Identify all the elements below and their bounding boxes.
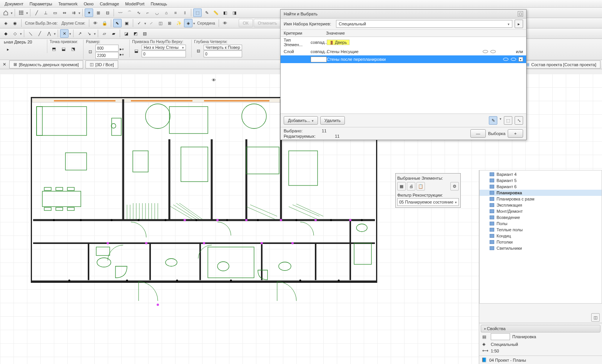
fav-b-icon[interactable]: ◇ [11,29,19,38]
nav-toggle-icon[interactable]: ◫ [591,313,600,322]
vec-a-icon[interactable]: ↗ [75,29,84,38]
archit-icon[interactable]: ⌂ [162,8,171,17]
nav-item[interactable]: Монт/Демонт [480,208,602,214]
corner-icon[interactable]: ⌐ [144,8,152,17]
criteria-menu-icon[interactable]: ▸ [515,20,523,28]
wall-icon[interactable]: ▦ [397,182,406,190]
layer-a-icon[interactable]: ◈ [2,19,10,27]
section-icon[interactable]: ⊞ [166,19,174,27]
quarter-val-input[interactable] [204,50,242,57]
add-button[interactable]: Добавить... [284,116,318,125]
view-eye-icon[interactable]: 👁 [212,78,219,82]
tool-line-icon[interactable]: ╱ [32,8,41,17]
home-icon[interactable] [2,8,10,17]
tool-perp-icon[interactable]: ⊥ [42,8,50,17]
fav-dropdown[interactable] [20,31,22,36]
edit-icon[interactable]: ✎ [202,8,211,17]
vol-b-icon[interactable]: ◩ [131,29,140,38]
marquee-icon[interactable]: ⬚ [193,8,202,17]
expand-icon[interactable]: ⤡ [515,116,523,125]
w-arrow[interactable]: ▸ [120,47,124,52]
render2-icon[interactable]: ◨ [230,8,239,17]
criteria-row-layer2[interactable]: сов...▸ Стены после перепланировки ▸ [281,55,526,63]
nav-item[interactable]: Кондиц [480,233,602,239]
close-icon[interactable]: ▢ [518,11,523,17]
trace-icon[interactable]: ◈ [184,19,192,27]
eye-icon-2[interactable] [490,50,496,53]
check-dropdown[interactable] [144,21,146,25]
eye-icon[interactable] [483,50,488,53]
nav-item-selected[interactable]: Планировка [480,190,602,196]
snap-opt1[interactable]: ⬒ [50,45,58,53]
nav-item[interactable]: Возведение [480,214,602,220]
anchor-select[interactable]: Низ к Низу Стены [142,45,186,50]
tool-snap-a-icon[interactable]: ✦ [85,8,93,17]
draw-dropdown[interactable] [54,31,56,36]
criteria-row-type[interactable]: Тип Элемен... совпад... 🚪 Дверь [281,37,526,48]
trace-dropdown[interactable] [193,21,195,25]
guidewall-icon[interactable]: ◫ [156,19,165,27]
tool-offset-icon[interactable]: ⇉ [69,8,78,17]
spline-icon[interactable]: ∿ [134,8,143,17]
curve-icon[interactable]: 〰 [116,8,124,17]
criteria-row-layer1[interactable]: Слой совпад... Стены Несущие или [281,48,526,55]
criteria-set-select[interactable]: Специальный [336,20,512,28]
render-icon[interactable]: ◧ [221,8,229,17]
width-input[interactable] [95,45,119,52]
layer-b-icon[interactable]: ◉ [11,19,19,27]
anchor-val-input[interactable] [142,50,186,57]
tool-rect-icon[interactable]: ▭ [51,8,59,17]
nav-item[interactable]: Вариант 4 [480,171,602,177]
nav-item[interactable]: Планировка с разм [480,196,602,202]
grid-dropdown[interactable] [26,10,28,15]
arc2-icon[interactable]: ◡ [153,8,161,17]
quarter-select[interactable]: Четверть к Повер [204,45,242,50]
clipboard-icon[interactable]: 📋 [416,182,425,190]
menu-teamwork[interactable]: Teamwork [55,1,80,7]
vec-dropdown[interactable] [94,31,96,36]
region-tool-icon[interactable]: ▣ [122,19,131,27]
home-dropdown[interactable] [11,10,13,15]
menu-window[interactable]: Окно [81,1,97,7]
check-icon[interactable]: ✓ [135,19,144,27]
eye-icon-4[interactable] [511,58,516,61]
tab-3d[interactable]: ◫[3D / Все] [85,60,118,68]
eye-icon-3[interactable] [503,58,508,61]
vec-b-icon[interactable]: ↘ [85,29,93,38]
properties-header[interactable]: Свойства [481,325,600,332]
tool-offset-dropdown[interactable] [79,10,80,15]
menu-params[interactable]: Параметры [27,1,55,7]
dist-icon[interactable]: ⫴ [181,8,189,17]
draw-line-icon[interactable]: ＼ [26,29,35,38]
menu-cadimage[interactable]: Cadimage [97,1,122,7]
h-arrow[interactable]: ▸ [120,52,124,57]
snap-opt3[interactable]: ⬔ [69,45,77,53]
align-icon[interactable]: ≡ [171,8,180,17]
tab-project[interactable]: ▤Состав проекта [Состав проекта] [521,60,600,68]
grid-icon[interactable] [17,8,25,17]
snap-opt2[interactable]: ⬓ [59,45,68,53]
draw-edge-icon[interactable]: ⋀ [45,29,53,38]
navigator-tree[interactable]: Вариант 4 Вариант 5 Вариант 6 Планировка… [479,170,602,304]
surf-b-icon[interactable]: ▰ [109,29,118,38]
prop-id-input[interactable] [491,333,510,340]
layer-lock-icon[interactable]: 🔒 [100,19,109,27]
pencil-dropdown[interactable] [500,116,502,125]
nav-item[interactable]: Вариант 5 [480,177,602,184]
row-arrow-icon[interactable]: ▸ [518,57,523,62]
magic-icon[interactable]: ✨ [175,19,183,27]
minus-button[interactable]: — [470,129,486,138]
vol-c-icon[interactable]: ▧ [140,29,149,38]
element-icon[interactable]: ▸ [4,45,12,53]
vol-a-icon[interactable]: ◪ [122,29,130,38]
tab-schedule[interactable]: ⊞[Ведомость дверных проемов] [9,60,83,68]
nav-item[interactable]: Теплые полы [480,227,602,233]
arc-icon[interactable]: ⌒ [125,8,134,17]
height-input[interactable] [95,52,119,59]
marquee-mode-icon[interactable]: ⬚ [504,116,512,125]
menu-document[interactable]: Документ [2,1,27,7]
draw-seg-icon[interactable]: ╱ [35,29,44,38]
plus-button[interactable]: + [508,129,523,138]
print-icon[interactable]: 🖨 [407,182,415,190]
menu-help[interactable]: Помощь [147,1,170,7]
